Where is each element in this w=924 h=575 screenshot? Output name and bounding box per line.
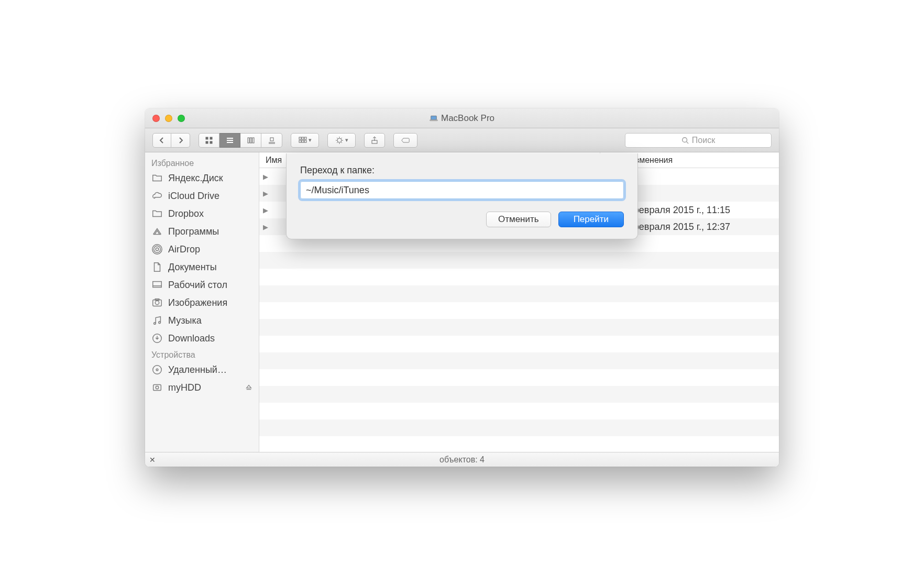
search-placeholder: Поиск [692, 136, 715, 145]
svg-rect-11 [302, 137, 304, 139]
search-field[interactable]: Поиск [625, 133, 772, 148]
sidebar-item-desktop[interactable]: Рабочий стол [145, 276, 259, 294]
toolbar: ▾ ▾ Поиск [145, 128, 779, 152]
disclosure-triangle-icon[interactable]: ▶ [259, 173, 272, 181]
disc-icon [151, 364, 163, 375]
view-coverflow-button[interactable] [261, 133, 282, 148]
go-to-folder-sheet: Переход к папке: Отменить Перейти [286, 153, 638, 239]
svg-rect-7 [250, 138, 251, 143]
sidebar-item-myhdd[interactable]: myHDD [145, 379, 259, 396]
view-columns-button[interactable] [240, 133, 261, 148]
pictures-icon [151, 297, 163, 308]
status-text: объектов: 4 [439, 455, 485, 465]
path-toggle-icon[interactable]: ✕ [149, 456, 156, 464]
sidebar-item-pictures[interactable]: Изображения [145, 294, 259, 312]
cancel-button[interactable]: Отменить [486, 212, 551, 227]
go-button[interactable]: Перейти [558, 212, 624, 227]
svg-point-19 [156, 248, 159, 251]
document-icon [151, 261, 163, 273]
svg-rect-12 [304, 137, 306, 139]
cloud-icon [151, 190, 163, 202]
chevron-down-icon: ▾ [309, 137, 312, 143]
svg-rect-5 [210, 141, 212, 143]
svg-rect-4 [206, 141, 208, 143]
sidebar-item-yandex-disk[interactable]: Яндекс.Диск [145, 169, 259, 187]
window-controls [152, 115, 185, 122]
titlebar: MacBook Pro [145, 108, 779, 128]
sidebar-item-airdrop[interactable]: AirDrop [145, 240, 259, 258]
svg-rect-2 [206, 137, 208, 139]
sidebar-heading-favorites: Избранное [145, 156, 259, 169]
svg-point-29 [153, 366, 162, 374]
downloads-icon [151, 333, 163, 344]
sidebar-item-icloud[interactable]: iCloud Drive [145, 187, 259, 205]
music-icon [151, 315, 163, 326]
svg-point-20 [154, 246, 161, 253]
sidebar-item-dropbox[interactable]: Dropbox [145, 205, 259, 223]
sidebar-item-music[interactable]: Музыка [145, 312, 259, 329]
svg-rect-10 [299, 137, 301, 139]
sidebar-item-documents[interactable]: Документы [145, 258, 259, 276]
action-button[interactable]: ▾ [327, 133, 356, 148]
svg-point-16 [337, 138, 342, 142]
svg-rect-6 [248, 138, 249, 143]
laptop-icon [430, 115, 438, 121]
view-icons-button[interactable] [199, 133, 219, 148]
svg-rect-0 [431, 116, 437, 119]
hdd-icon [151, 382, 163, 393]
desktop-icon [151, 279, 163, 291]
disclosure-triangle-icon[interactable]: ▶ [259, 206, 272, 214]
search-icon [681, 137, 689, 144]
svg-rect-15 [304, 140, 306, 142]
apps-icon [151, 226, 163, 237]
svg-rect-9 [270, 138, 273, 141]
disclosure-triangle-icon[interactable]: ▶ [259, 223, 272, 231]
window-title: MacBook Pro [145, 113, 779, 124]
sidebar-item-apps[interactable]: Программы [145, 223, 259, 240]
forward-button[interactable] [171, 133, 190, 148]
svg-point-30 [156, 369, 158, 371]
svg-rect-31 [153, 385, 161, 391]
folder-icon [151, 208, 163, 219]
sidebar-item-downloads[interactable]: Downloads [145, 329, 259, 347]
close-window-button[interactable] [152, 115, 160, 122]
view-mode-buttons [199, 133, 282, 148]
svg-point-24 [155, 301, 159, 304]
folder-path-input[interactable] [300, 181, 624, 199]
chevron-down-icon: ▾ [345, 137, 348, 143]
view-list-button[interactable] [219, 133, 240, 148]
svg-rect-8 [252, 138, 254, 143]
airdrop-icon [151, 244, 163, 255]
tags-button[interactable] [393, 133, 417, 148]
svg-rect-22 [153, 282, 162, 288]
svg-point-32 [156, 386, 159, 389]
nav-buttons [152, 133, 190, 148]
arrange-button[interactable]: ▾ [291, 133, 319, 148]
disclosure-triangle-icon[interactable]: ▶ [259, 190, 272, 197]
sidebar-item-remote-disc[interactable]: Удаленный… [145, 361, 259, 379]
minimize-window-button[interactable] [165, 115, 172, 122]
svg-rect-3 [210, 137, 212, 139]
sidebar: Избранное Яндекс.Диск iCloud Drive Dropb… [145, 152, 259, 452]
svg-rect-1 [430, 119, 438, 120]
status-bar: ✕ объектов: 4 [145, 452, 779, 467]
share-button[interactable] [364, 133, 385, 148]
sheet-label: Переход к папке: [300, 165, 624, 176]
finder-window: MacBook Pro ▾ ▾ Поиск [145, 108, 779, 467]
back-button[interactable] [152, 133, 171, 148]
svg-point-26 [154, 323, 156, 325]
svg-point-27 [159, 322, 161, 324]
fullscreen-window-button[interactable] [178, 115, 185, 122]
eject-icon[interactable] [245, 384, 252, 391]
svg-point-18 [683, 137, 687, 142]
folder-icon [151, 172, 163, 184]
svg-rect-13 [299, 140, 301, 142]
svg-rect-14 [302, 140, 304, 142]
sidebar-heading-devices: Устройства [145, 347, 259, 361]
